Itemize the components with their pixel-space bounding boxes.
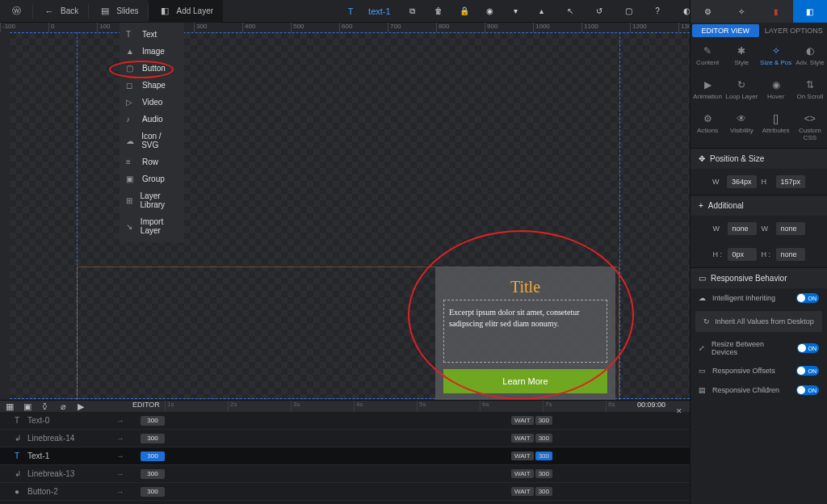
wait-value[interactable]: 300 bbox=[535, 452, 552, 460]
menu-item-layer-library[interactable]: ⊞Layer Library bbox=[120, 187, 184, 213]
resize-devices-row: ⤢ Resize Between Devices ON bbox=[691, 335, 827, 361]
timeline-pill[interactable]: 300 bbox=[141, 487, 165, 497]
minw-input[interactable]: none bbox=[728, 222, 757, 235]
link-icon[interactable]: ⌀ bbox=[57, 400, 69, 413]
maxh-input[interactable]: none bbox=[776, 248, 805, 261]
responsive-children-label: Responsive Children bbox=[712, 386, 779, 394]
minh-input[interactable]: 0px bbox=[728, 248, 757, 261]
menu-label: Audio bbox=[142, 115, 163, 124]
timeline-row[interactable]: ●Button-2→300WAIT300 bbox=[0, 483, 690, 501]
menu-item-group[interactable]: ▣Group bbox=[120, 170, 184, 187]
preview-button[interactable]: ▢ bbox=[618, 1, 639, 22]
slide-excerpt[interactable]: Excerpt ipsum dolor sit amet, consetetur… bbox=[443, 300, 607, 363]
option-actions[interactable]: ⚙Actions bbox=[691, 110, 724, 145]
toggle-switch[interactable]: ON bbox=[796, 293, 819, 303]
layer-panel-tab[interactable]: ◧ bbox=[793, 0, 827, 23]
menu-icon: ≡ bbox=[126, 158, 136, 166]
option-on-scroll[interactable]: ⇅On Scroll bbox=[793, 76, 827, 103]
option-visibility[interactable]: 👁Visibility bbox=[724, 110, 758, 145]
wp-logo[interactable]: ⓦ bbox=[0, 0, 32, 23]
menu-item-import-layer[interactable]: ↘Import Layer bbox=[120, 213, 184, 239]
menu-item-image[interactable]: ▲Image bbox=[120, 43, 184, 60]
help-button[interactable]: ? bbox=[647, 1, 668, 22]
timeline-pill[interactable]: 300 bbox=[141, 434, 165, 443]
option-custom-css[interactable]: <>Custom CSS bbox=[793, 110, 827, 145]
more-button[interactable]: ▾ bbox=[506, 1, 527, 22]
inherit-button[interactable]: ↻ Inherit All Values from Desktop bbox=[695, 311, 822, 332]
toggle-switch[interactable]: ON bbox=[796, 385, 819, 395]
slide-title[interactable]: Title bbox=[443, 275, 607, 300]
menu-item-text[interactable]: TText bbox=[120, 26, 184, 43]
layer-type-icon: ↲ bbox=[15, 434, 23, 443]
ruler-horizontal: -100010020030040050060070080090010001100… bbox=[0, 23, 690, 32]
option-icon: ✱ bbox=[724, 45, 758, 57]
timeline-pill[interactable]: 300 bbox=[141, 469, 165, 479]
cursor-tool[interactable]: ↖ bbox=[560, 1, 581, 22]
lock-button[interactable]: 🔒 bbox=[454, 1, 475, 22]
menu-item-video[interactable]: ▷Video bbox=[120, 94, 184, 111]
add-layer-menu: TText▲Image▢Button◻Shape▷Video♪Audio☁Ico… bbox=[120, 23, 184, 242]
resize-devices-label: Resize Between Devices bbox=[712, 340, 791, 356]
toggle-switch[interactable]: ON bbox=[796, 366, 819, 376]
arrow-icon: → bbox=[116, 487, 124, 496]
back-arrow-icon: ← bbox=[43, 5, 56, 18]
content-box[interactable]: Title Excerpt ipsum dolor sit amet, cons… bbox=[435, 267, 615, 416]
nav-panel-tab[interactable]: ✧ bbox=[724, 0, 758, 23]
slide-button[interactable]: Learn More bbox=[443, 369, 607, 393]
slides-button[interactable]: ▤Slides bbox=[89, 0, 148, 23]
option-adv-style[interactable]: ◐Adv. Style bbox=[793, 42, 827, 69]
timeline-pill[interactable]: 300 bbox=[141, 452, 165, 461]
option-style[interactable]: ✱Style bbox=[724, 42, 758, 69]
resize-icon: ⤢ bbox=[699, 344, 705, 352]
wait-label: WAIT bbox=[511, 487, 534, 496]
timeline-close[interactable]: ✕ bbox=[669, 401, 690, 422]
option-size-pos[interactable]: ✧Size & Pos bbox=[759, 42, 793, 69]
folder-icon[interactable]: ▣ bbox=[21, 400, 34, 413]
wait-label: WAIT bbox=[511, 416, 534, 425]
timeline-row[interactable]: ↲Linebreak-13→300WAIT300 bbox=[0, 465, 690, 483]
up-button[interactable]: ▴ bbox=[531, 1, 552, 22]
height-input[interactable]: 157px bbox=[776, 175, 806, 188]
option-hover[interactable]: ◉Hover bbox=[759, 76, 793, 103]
toggle-switch[interactable]: ON bbox=[797, 343, 819, 353]
timeline-row[interactable]: TText-0→300WAIT300 bbox=[0, 412, 690, 430]
undo-button[interactable]: ↺ bbox=[589, 1, 610, 22]
canvas[interactable]: Title Excerpt ipsum dolor sit amet, cons… bbox=[10, 32, 690, 400]
layer-type-icon: ↲ bbox=[15, 469, 23, 478]
minw-label: W bbox=[713, 225, 723, 233]
menu-item-button[interactable]: ▢Button bbox=[120, 60, 184, 77]
back-button[interactable]: ←Back bbox=[33, 0, 88, 23]
magnet-icon[interactable]: ⧲ bbox=[39, 400, 52, 413]
grid-icon[interactable]: ▦ bbox=[3, 400, 16, 413]
option-content[interactable]: ✎Content bbox=[691, 42, 724, 69]
maxw-input[interactable]: none bbox=[776, 222, 805, 235]
play-icon[interactable]: ▶ bbox=[74, 400, 87, 413]
wait-value[interactable]: 300 bbox=[535, 434, 552, 443]
settings-panel-tab[interactable]: ⚙ bbox=[691, 0, 724, 23]
option-icon: ▶ bbox=[691, 79, 724, 90]
visibility-button[interactable]: ◉ bbox=[480, 1, 501, 22]
layer-options-tab[interactable]: LAYER OPTIONS bbox=[761, 23, 828, 39]
option-loop-layer[interactable]: ↻Loop Layer bbox=[724, 76, 758, 103]
menu-item-icon-svg[interactable]: ☁Icon / SVG bbox=[120, 128, 184, 153]
timeline-row[interactable]: TText-1→300WAIT300 bbox=[0, 447, 690, 465]
wait-value[interactable]: 300 bbox=[535, 487, 552, 496]
option-animation[interactable]: ▶Animation bbox=[691, 76, 724, 103]
menu-icon: T bbox=[126, 30, 136, 39]
slide-panel-tab[interactable]: ▮ bbox=[759, 0, 793, 23]
menu-item-row[interactable]: ≡Row bbox=[120, 153, 184, 170]
timeline-pill[interactable]: 300 bbox=[141, 416, 165, 426]
menu-item-audio[interactable]: ♪Audio bbox=[120, 111, 184, 128]
width-input[interactable]: 364px bbox=[727, 175, 757, 188]
timeline-row[interactable]: ↲Linebreak-14→300WAIT300 bbox=[0, 430, 690, 447]
wait-value[interactable]: 300 bbox=[535, 416, 552, 425]
menu-label: Import Layer bbox=[141, 217, 178, 235]
duplicate-button[interactable]: ⧉ bbox=[402, 1, 423, 22]
current-layer-name[interactable]: text-1 bbox=[362, 6, 397, 16]
wait-value[interactable]: 300 bbox=[535, 469, 552, 478]
option-attributes[interactable]: []Attributes bbox=[759, 110, 793, 145]
add-layer-button[interactable]: ◧Add Layer bbox=[149, 0, 223, 23]
editor-view-tab[interactable]: EDITOR VIEW bbox=[692, 24, 759, 37]
delete-button[interactable]: 🗑 bbox=[428, 1, 449, 22]
menu-item-shape[interactable]: ◻Shape bbox=[120, 77, 184, 94]
